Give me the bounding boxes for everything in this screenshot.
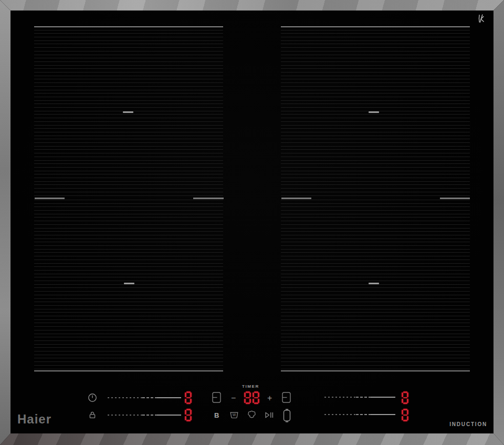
frame-bottom-edge (0, 433, 504, 445)
flexi-bridge-mark (35, 198, 65, 199)
power-display-right-bottom (400, 409, 408, 421)
frame-right-edge (494, 0, 504, 445)
power-display-left-bottom (183, 409, 192, 421)
zone-center-marker (123, 111, 133, 113)
booster-button[interactable]: B (214, 411, 219, 419)
timer-plus-button[interactable]: + (267, 394, 272, 402)
induction-hob: TIMER − + B W (0, 0, 504, 445)
power-slider-left-top[interactable] (108, 397, 181, 398)
power-display-right-top (400, 391, 408, 404)
lock-icon[interactable] (88, 411, 97, 419)
flexi-bridge-mark (281, 198, 311, 199)
zone-center-marker (369, 111, 379, 113)
flexi-zone-icon[interactable] (282, 409, 291, 422)
keep-warm-icon[interactable]: W (229, 411, 239, 419)
cooking-zone-rear-left (34, 200, 223, 371)
induction-label: INDUCTION (449, 421, 487, 427)
power-slider-left-bottom[interactable] (108, 415, 181, 416)
timer-label: TIMER (242, 384, 259, 389)
frame-top-edge (0, 0, 504, 11)
power-display-left-top (183, 391, 192, 404)
timer-zone-left-icon[interactable] (212, 392, 221, 403)
brand-mark-icon (477, 14, 486, 24)
haier-logo: Haier (17, 412, 51, 427)
zone-center-marker (369, 283, 379, 284)
keep-warm-letter: W (233, 413, 236, 417)
power-icon[interactable] (88, 393, 97, 402)
timer-minus-button[interactable]: − (231, 394, 236, 402)
power-slider-right-top[interactable] (324, 397, 395, 398)
timer-zone-right-icon[interactable] (282, 392, 291, 403)
pause-icon[interactable] (264, 411, 274, 419)
chef-icon[interactable] (247, 410, 257, 419)
cooking-zone-rear-right (281, 200, 470, 371)
frame-left-edge (0, 0, 10, 445)
flexi-bridge-mark (440, 198, 470, 199)
timer-display (243, 391, 259, 404)
zone-center-marker (124, 283, 134, 284)
flexi-bridge-mark (193, 198, 224, 199)
power-slider-right-bottom[interactable] (324, 414, 395, 415)
